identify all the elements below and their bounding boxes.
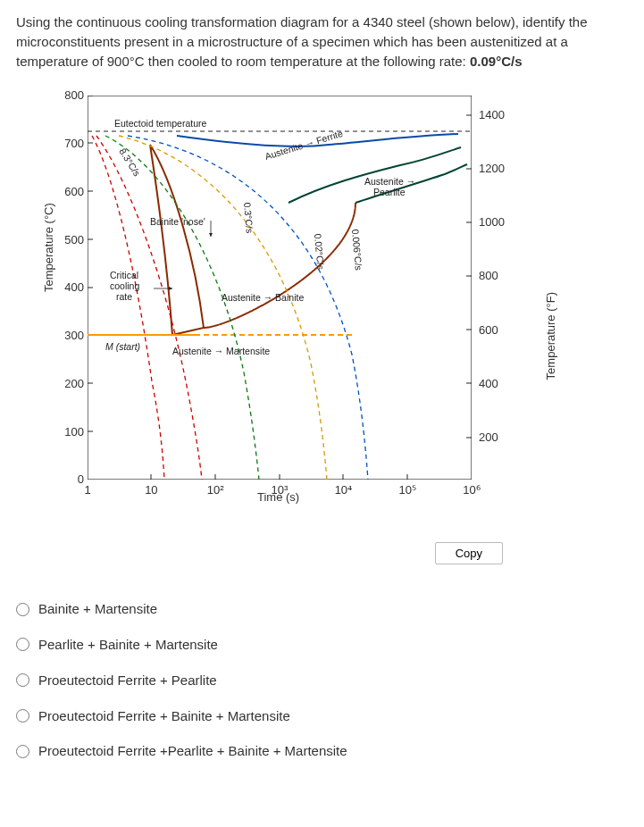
rate-8p3: 8.3°C/s [117, 146, 142, 179]
option-4-label: Proeutectoid Ferrite + Bainite + Martens… [38, 706, 290, 726]
option-3-label: Proeutectoid Ferrite + Pearlite [38, 671, 217, 690]
copy-button[interactable]: Copy [435, 542, 503, 564]
plot-area: Eutectoid temperature M (start) [88, 96, 472, 480]
option-2[interactable]: Pearlite + Bainite + Martensite [16, 627, 628, 663]
rate-0p3: 0.3°C/s [242, 202, 255, 233]
label-ccr: Critical cooling rate [110, 270, 142, 302]
label-ap: Austenite → Pearlite [364, 176, 418, 197]
cct-figure: Temperature (°C) Temperature (°F) Time (… [34, 87, 534, 533]
option-3-radio[interactable] [16, 673, 29, 687]
label-bainite-nose: Bainite 'nose' [150, 216, 205, 227]
option-1-label: Bainite + Martensite [38, 599, 157, 619]
option-1-radio[interactable] [16, 603, 29, 616]
option-5-label: Proeutectoid Ferrite +Pearlite + Bainite… [38, 741, 347, 761]
option-2-label: Pearlite + Bainite + Martensite [38, 635, 218, 655]
option-4-radio[interactable] [16, 709, 29, 723]
question-text: Using the continuous cooling transformat… [16, 13, 628, 71]
option-2-radio[interactable] [16, 638, 29, 651]
copy-row: Copy [16, 542, 628, 564]
option-4[interactable]: Proeutectoid Ferrite + Bainite + Martens… [16, 698, 628, 734]
label-am: Austenite → Martensite [172, 346, 270, 356]
rate-0p006: 0.006°C/s [350, 229, 364, 271]
option-1[interactable]: Bainite + Martensite [16, 591, 628, 627]
question-rate: 0.09°C/s [470, 54, 523, 69]
label-ab: Austenite → Bainite [222, 292, 304, 303]
option-3[interactable]: Proeutectoid Ferrite + Pearlite [16, 663, 628, 698]
label-eutectoid: Eutectoid temperature [114, 118, 206, 129]
answer-options: Bainite + Martensite Pearlite + Bainite … [16, 591, 628, 769]
label-mstart: M (start) [105, 341, 140, 352]
y-axis-left-label: Temperature (°C) [41, 203, 58, 292]
rate-0p02: 0.02°C/s [313, 233, 326, 270]
option-5-radio[interactable] [16, 745, 29, 758]
option-5[interactable]: Proeutectoid Ferrite +Pearlite + Bainite… [16, 733, 628, 769]
plot-svg: Eutectoid temperature M (start) [88, 96, 472, 480]
y-axis-right-label: Temperature (°F) [543, 292, 560, 380]
